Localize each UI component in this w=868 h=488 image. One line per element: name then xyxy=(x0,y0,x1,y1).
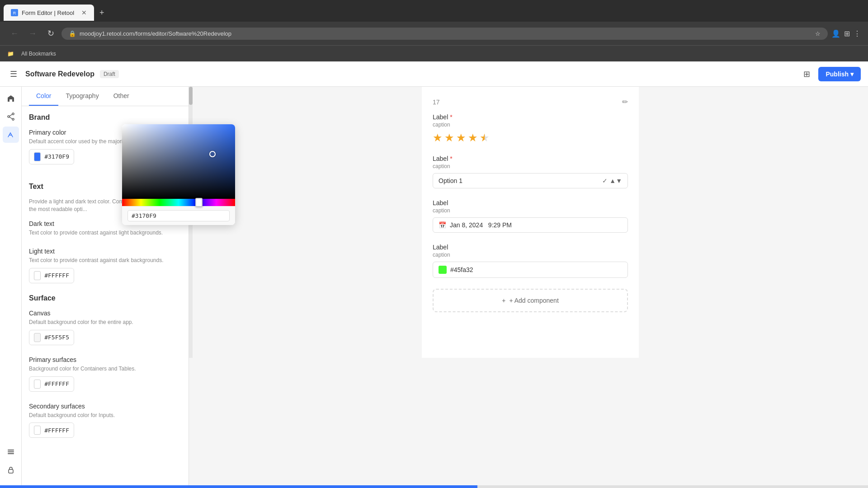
star-5[interactable]: ★ xyxy=(480,131,490,144)
home-icon-button[interactable] xyxy=(3,90,19,107)
paint-icon-button[interactable] xyxy=(3,127,19,143)
datetime-input[interactable]: 📅 Jan 8, 2024 9:29 PM xyxy=(433,217,628,233)
hex-input-container[interactable]: #3170F9 xyxy=(122,206,189,225)
forward-button[interactable]: → xyxy=(25,26,40,41)
canvas-input[interactable]: #F5F5F5 xyxy=(29,330,74,345)
hue-track xyxy=(122,199,189,206)
svg-point-2 xyxy=(12,113,14,115)
check-icon: ✓ xyxy=(602,177,608,184)
datetime-value: Jan 8, 2024 9:29 PM xyxy=(450,221,512,229)
profile-icon[interactable]: 👤 xyxy=(831,29,840,38)
lock-icon: 🔒 xyxy=(69,30,76,37)
refresh-button[interactable]: ↻ xyxy=(43,26,58,41)
color-field-label: Label xyxy=(433,244,628,251)
light-text-desc: Text color to provide contrast against d… xyxy=(29,257,181,264)
preview-button[interactable]: ⊞ xyxy=(801,66,813,82)
primary-surfaces-input[interactable]: #FFFFFF xyxy=(29,376,74,392)
section-number: 17 ✏ xyxy=(433,98,628,106)
nav-icons: 👤 ⊞ ⋮ xyxy=(831,29,861,38)
publish-chevron-icon: ▾ xyxy=(850,70,854,78)
secondary-surfaces-input[interactable]: #FFFFFF xyxy=(29,422,74,438)
field-color: Label caption #45fa32 xyxy=(433,244,628,278)
primary-surfaces-swatch xyxy=(34,380,41,389)
color-field-input[interactable]: #45fa32 xyxy=(433,262,628,278)
tab-favicon: R xyxy=(11,9,18,16)
tab-title: Form Editor | Retool xyxy=(22,9,78,16)
secondary-surfaces-swatch xyxy=(34,426,41,435)
list-icon-button[interactable] xyxy=(3,444,19,460)
field-datetime: Label caption 📅 Jan 8, 2024 9:29 PM xyxy=(433,199,628,233)
hex-input[interactable]: #3170F9 xyxy=(127,210,189,221)
new-tab-button[interactable]: + xyxy=(96,6,108,19)
share-icon-button[interactable] xyxy=(3,108,19,125)
primary-color-swatch xyxy=(34,152,41,161)
primary-surfaces-setting: Primary surfaces Background color for Co… xyxy=(29,356,181,392)
bookmark-icon: 📁 xyxy=(7,51,14,57)
primary-color-input[interactable]: #3170F9 xyxy=(29,149,74,164)
lock-icon-button[interactable] xyxy=(3,462,19,478)
bookmarks-label[interactable]: All Bookmarks xyxy=(18,50,60,58)
color-field-swatch xyxy=(439,266,447,274)
calendar-icon: 📅 xyxy=(439,221,446,229)
surface-section-title: Surface xyxy=(29,294,181,302)
color-picker-popup[interactable]: #3170F9 xyxy=(122,124,189,225)
svg-point-4 xyxy=(12,118,14,120)
progress-bar xyxy=(0,485,477,488)
tab-typography[interactable]: Typography xyxy=(58,87,106,106)
tab-other[interactable]: Other xyxy=(106,87,137,106)
datetime-caption: caption xyxy=(433,207,628,214)
edit-icon[interactable]: ✏ xyxy=(622,98,628,106)
menu-icon[interactable]: ⋮ xyxy=(854,29,861,38)
hue-slider[interactable] xyxy=(122,199,189,206)
star-4[interactable]: ★ xyxy=(468,131,478,144)
svg-rect-7 xyxy=(8,453,14,454)
address-bar[interactable]: 🔒 moodjoy1.retool.com/forms/editor/Softw… xyxy=(61,28,828,40)
add-component-label: + Add component xyxy=(509,297,558,304)
active-tab[interactable]: R Form Editor | Retool ✕ xyxy=(4,5,94,21)
rating-label: Label * xyxy=(433,113,628,121)
color-field-caption: caption xyxy=(433,252,628,258)
color-gradient[interactable] xyxy=(122,124,189,199)
secondary-surfaces-setting: Secondary surfaces Default background co… xyxy=(29,403,181,438)
star-rating[interactable]: ★ ★ ★ ★ ★ xyxy=(433,131,628,144)
tab-close-icon[interactable]: ✕ xyxy=(81,9,87,16)
extensions-icon[interactable]: ⊞ xyxy=(844,29,850,38)
datetime-label: Label xyxy=(433,199,628,206)
add-component-plus: + xyxy=(502,297,505,304)
svg-rect-10 xyxy=(122,124,189,199)
primary-surfaces-hex: #FFFFFF xyxy=(44,380,69,387)
bookmarks-bar: 📁 All Bookmarks xyxy=(0,45,868,61)
canvas-swatch xyxy=(34,333,41,342)
svg-point-3 xyxy=(8,116,9,117)
star-icon[interactable]: ☆ xyxy=(815,30,821,37)
menu-button[interactable]: ☰ xyxy=(7,66,20,82)
back-button[interactable]: ← xyxy=(7,26,22,41)
publish-button[interactable]: Publish ▾ xyxy=(818,67,861,81)
star-2[interactable]: ★ xyxy=(444,131,454,144)
secondary-surfaces-hex: #FFFFFF xyxy=(44,427,69,434)
app-header: ☰ Software Redevelop Draft ⊞ Publish ▾ xyxy=(0,61,868,87)
svg-rect-5 xyxy=(8,450,14,450)
light-text-setting: Light text Text color to provide contras… xyxy=(29,248,181,283)
chevron-icon: ▲▼ xyxy=(609,177,622,184)
icon-sidebar xyxy=(0,87,22,485)
svg-rect-8 xyxy=(9,469,13,473)
add-component-button[interactable]: + + Add component xyxy=(433,289,628,312)
light-text-input[interactable]: #FFFFFF xyxy=(29,268,74,283)
star-1[interactable]: ★ xyxy=(433,131,443,144)
tab-color[interactable]: Color xyxy=(29,87,58,106)
primary-surfaces-desc: Background color for Containers and Tabl… xyxy=(29,365,181,373)
url-text: moodjoy1.retool.com/forms/editor/Softwar… xyxy=(80,30,811,37)
form-scroll: 17 ✏ Label * caption ★ xyxy=(189,87,868,485)
star-3[interactable]: ★ xyxy=(456,131,466,144)
dropdown-required: * xyxy=(450,155,452,162)
main-content: Color Typography Other Brand Primary col… xyxy=(0,87,868,485)
primary-color-hex: #3170F9 xyxy=(44,153,69,160)
secondary-surfaces-desc: Default background color for Inputs. xyxy=(29,412,181,419)
svg-text:R: R xyxy=(13,11,16,15)
dropdown-select[interactable]: Option 1 ✓ ▲▼ xyxy=(433,173,628,188)
canvas-desc: Default background color for the entire … xyxy=(29,319,181,326)
bottom-bar xyxy=(0,485,868,488)
secondary-surfaces-label: Secondary surfaces xyxy=(29,403,181,410)
settings-content: Brand Primary color Default accent color… xyxy=(22,106,189,485)
